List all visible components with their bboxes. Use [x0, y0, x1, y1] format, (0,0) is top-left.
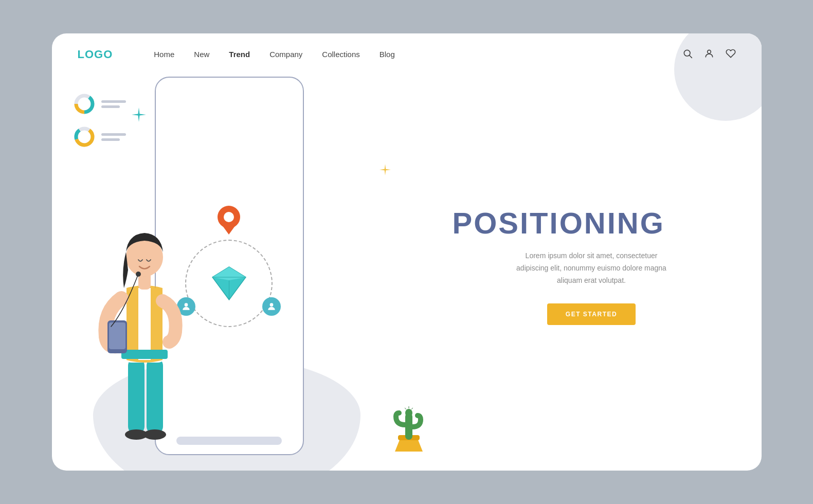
- hero-title: POSITIONING: [453, 207, 731, 240]
- cactus-plant: [391, 405, 427, 458]
- svg-rect-18: [128, 357, 144, 435]
- logo[interactable]: LOGO: [78, 48, 113, 61]
- svg-line-34: [411, 408, 413, 409]
- line-bar: [101, 138, 120, 141]
- sparkle-icon-1: [132, 107, 146, 125]
- nav-item-home[interactable]: Home: [154, 50, 174, 59]
- person-illustration: [93, 208, 196, 455]
- sparkle-icon-2: [380, 164, 391, 178]
- nav-link-company[interactable]: Company: [269, 50, 302, 59]
- main-area: POSITIONING Lorem ipsum dolor sit amet, …: [52, 61, 762, 471]
- nav-item-company[interactable]: Company: [269, 50, 302, 59]
- location-area: [185, 205, 273, 327]
- donut-svg-1: [73, 92, 96, 116]
- illustration-area: [52, 61, 442, 471]
- nav-item-blog[interactable]: Blog: [380, 50, 395, 59]
- search-icon[interactable]: [682, 48, 693, 61]
- svg-rect-19: [147, 357, 163, 435]
- lines-group-2: [101, 133, 126, 141]
- get-started-button[interactable]: GET STARTED: [547, 303, 636, 325]
- svg-rect-24: [121, 350, 168, 359]
- line-bar: [101, 133, 126, 136]
- svg-marker-11: [221, 223, 237, 235]
- nav-link-new[interactable]: New: [194, 50, 209, 59]
- svg-point-2: [707, 50, 711, 53]
- nav-item-new[interactable]: New: [194, 50, 209, 59]
- hero-description: Lorem ipsum dolor sit amet, consectetuer…: [514, 250, 669, 286]
- svg-point-17: [270, 303, 274, 307]
- donut-chart-1: [73, 92, 126, 116]
- line-bar: [101, 105, 120, 108]
- lines-group-1: [101, 100, 126, 108]
- nav-link-blog[interactable]: Blog: [380, 50, 395, 59]
- svg-point-32: [405, 409, 412, 417]
- location-pin-icon: [215, 205, 242, 240]
- user-avatar-right: [262, 297, 281, 316]
- heart-icon[interactable]: [726, 48, 736, 61]
- cactus-svg: [391, 405, 427, 452]
- svg-rect-23: [138, 288, 151, 360]
- donut-chart-2: [73, 125, 126, 149]
- dashed-circle: [185, 240, 273, 327]
- nav-link-trend[interactable]: Trend: [229, 50, 250, 59]
- diamond-icon: [210, 266, 248, 301]
- svg-point-21: [143, 429, 166, 440]
- nav-links: Home New Trend Company Collections Blog: [154, 50, 682, 59]
- chart-icons: [73, 92, 126, 149]
- text-area: POSITIONING Lorem ipsum dolor sit amet, …: [442, 61, 762, 471]
- user-icon[interactable]: [704, 48, 714, 61]
- nav-icons: [682, 48, 736, 61]
- nav-item-trend[interactable]: Trend: [229, 50, 250, 59]
- person-svg: [93, 208, 196, 455]
- nav-item-collections[interactable]: Collections: [322, 50, 359, 59]
- nav-link-collections[interactable]: Collections: [322, 50, 359, 59]
- svg-line-35: [405, 408, 406, 409]
- main-card: LOGO Home New Trend Company Collections …: [52, 33, 762, 471]
- navbar: LOGO Home New Trend Company Collections …: [52, 33, 762, 61]
- line-bar: [101, 100, 126, 103]
- svg-line-1: [689, 55, 692, 58]
- svg-point-10: [224, 212, 234, 222]
- donut-svg-2: [73, 125, 96, 149]
- nav-link-home[interactable]: Home: [154, 50, 174, 59]
- svg-point-29: [136, 272, 141, 277]
